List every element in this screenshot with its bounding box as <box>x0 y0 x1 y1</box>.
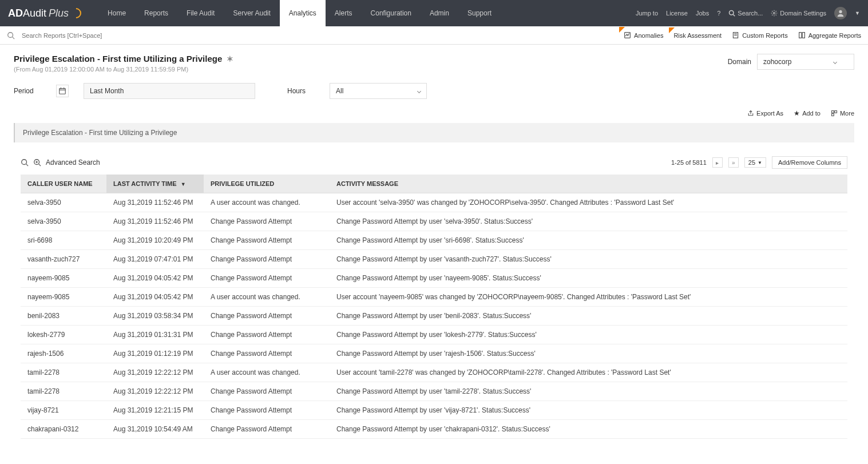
title-left: Privilege Escalation - First time Utiliz… <box>14 54 233 73</box>
table-row[interactable]: benil-2083Aug 31,2019 03:58:34 PMChange … <box>21 307 847 326</box>
search-plus-icon[interactable] <box>33 158 41 166</box>
col-activity-message[interactable]: Activity Message <box>330 175 847 193</box>
table-cell: Change Password Attempt by user 'vasanth… <box>330 250 847 269</box>
domain-settings-link[interactable]: Domain Settings <box>771 10 826 17</box>
col-caller-user-name[interactable]: Caller User Name <box>21 175 106 193</box>
table-cell: nayeem-9085 <box>21 269 106 288</box>
new-badge-icon <box>669 27 675 33</box>
risk-label: Risk Assessment <box>673 32 722 39</box>
table-header-row: Caller User Name Last Activity Time ▼ Pr… <box>21 175 847 193</box>
table-row[interactable]: vijay-8721Aug 31,2019 12:21:15 PMChange … <box>21 401 847 420</box>
table-cell: Change Password Attempt <box>204 344 330 363</box>
more-icon <box>831 110 838 117</box>
domain-label: Domain <box>728 58 751 66</box>
col-privilege-utilized[interactable]: Privilege Utilized <box>204 175 330 193</box>
table-cell: Aug 31,2019 12:21:15 PM <box>106 401 204 420</box>
jump-to-link[interactable]: Jump to <box>636 10 658 17</box>
anomalies-chip[interactable]: Anomalies <box>624 31 663 39</box>
top-nav: ADAudit Plus HomeReportsFile AuditServer… <box>0 0 868 26</box>
nav-tab-analytics[interactable]: Analytics <box>280 0 326 26</box>
aggregate-reports-icon <box>798 31 806 39</box>
hours-dropdown[interactable]: All <box>330 83 427 99</box>
page-info: 1-25 of 5811 <box>671 159 707 166</box>
nav-tab-alerts[interactable]: Alerts <box>326 0 362 26</box>
table-row[interactable]: nayeem-9085Aug 31,2019 04:05:42 PMA user… <box>21 288 847 307</box>
logo-text-3: Plus <box>49 7 69 19</box>
table-toolbar: Advanced Search 1-25 of 5811 ▸ » 25 ▼ Ad… <box>21 153 847 175</box>
period-dropdown[interactable]: Last Month <box>84 83 255 99</box>
add-remove-columns-button[interactable]: Add/Remove Columns <box>772 156 847 169</box>
svg-point-19 <box>22 160 27 165</box>
jobs-link[interactable]: Jobs <box>696 10 709 17</box>
table-row[interactable]: tamil-2278Aug 31,2019 12:22:12 PMA user … <box>21 363 847 382</box>
table-cell: Aug 31,2019 04:05:42 PM <box>106 269 204 288</box>
nav-tab-reports[interactable]: Reports <box>135 0 177 26</box>
table-cell: Change Password Attempt <box>204 250 330 269</box>
calendar-button[interactable] <box>56 85 69 97</box>
svg-point-4 <box>8 32 13 37</box>
table-cell: Change Password Attempt by user 'rajesh-… <box>330 344 847 363</box>
table-row[interactable]: selva-3950Aug 31,2019 11:52:46 PMChange … <box>21 212 847 231</box>
table-cell: Change Password Attempt by user 'tamil-2… <box>330 382 847 401</box>
more-button[interactable]: More <box>831 109 854 117</box>
add-to-button[interactable]: ★ Add to <box>794 109 821 117</box>
table-row[interactable]: chakrapani-0312Aug 31,2019 10:54:49 AMCh… <box>21 420 847 439</box>
page-last-button[interactable]: » <box>728 157 739 168</box>
help-link[interactable]: ? <box>717 10 720 17</box>
chevron-down-icon <box>833 60 837 64</box>
aggregate-reports-chip[interactable]: Aggregate Reports <box>798 31 861 39</box>
domain-dropdown[interactable]: zohocorp <box>757 54 854 70</box>
anomalies-label: Anomalies <box>634 32 663 39</box>
page-title: Privilege Escalation - First time Utiliz… <box>14 54 233 64</box>
custom-reports-label: Custom Reports <box>742 32 787 39</box>
nav-tab-file-audit[interactable]: File Audit <box>177 0 224 26</box>
search-icon[interactable] <box>21 158 29 166</box>
custom-reports-chip[interactable]: Custom Reports <box>732 31 787 39</box>
table-cell: Aug 31,2019 03:58:34 PM <box>106 307 204 326</box>
user-icon <box>837 9 845 17</box>
table-row[interactable]: nayeem-9085Aug 31,2019 04:05:42 PMChange… <box>21 269 847 288</box>
user-menu[interactable] <box>834 7 847 19</box>
table-cell: Change Password Attempt by user 'nayeem-… <box>330 269 847 288</box>
nav-tab-admin[interactable]: Admin <box>421 0 458 26</box>
table-cell: Aug 31,2019 10:54:49 AM <box>106 420 204 439</box>
table-row[interactable]: tamil-2278Aug 31,2019 12:22:12 PMChange … <box>21 382 847 401</box>
advanced-search-link[interactable]: Advanced Search <box>46 158 100 166</box>
svg-point-0 <box>730 11 734 15</box>
user-menu-caret[interactable]: ▼ <box>855 10 860 16</box>
custom-reports-icon <box>732 31 739 39</box>
table-cell: Aug 31,2019 12:22:12 PM <box>106 363 204 382</box>
favorite-icon[interactable]: ✶ <box>227 54 233 64</box>
caret-down-icon: ▼ <box>758 160 762 165</box>
logo-arc-icon <box>69 6 83 20</box>
table-cell: User account 'nayeem-9085' was changed b… <box>330 288 847 307</box>
period-label: Period <box>14 87 41 95</box>
table-cell: Aug 31,2019 01:12:19 PM <box>106 344 204 363</box>
search-reports-input[interactable] <box>19 30 624 41</box>
export-button[interactable]: Export As <box>747 109 783 117</box>
sub-bar: Anomalies Risk Assessment Custom Reports… <box>0 26 868 45</box>
table-row[interactable]: rajesh-1506Aug 31,2019 01:12:19 PMChange… <box>21 344 847 363</box>
nav-tab-support[interactable]: Support <box>458 0 501 26</box>
license-link[interactable]: License <box>666 10 688 17</box>
col-last-activity-time[interactable]: Last Activity Time ▼ <box>106 175 204 193</box>
nav-tab-server-audit[interactable]: Server Audit <box>224 0 279 26</box>
table-row[interactable]: vasanth-zuch727Aug 31,2019 07:47:01 PMCh… <box>21 250 847 269</box>
svg-rect-16 <box>831 111 834 113</box>
table-cell: Change Password Attempt by user 'lokesh-… <box>330 326 847 344</box>
page-next-button[interactable]: ▸ <box>712 157 723 168</box>
risk-chip[interactable]: Risk Assessment <box>673 32 722 39</box>
table-cell: selva-3950 <box>21 193 106 212</box>
table-row[interactable]: lokesh-2779Aug 31,2019 01:31:31 PMChange… <box>21 326 847 344</box>
table-row[interactable]: sri-6698Aug 31,2019 10:20:49 PMChange Pa… <box>21 231 847 250</box>
table-row[interactable]: selva-3950Aug 31,2019 11:52:46 PMA user … <box>21 193 847 212</box>
nav-tab-home[interactable]: Home <box>98 0 135 26</box>
domain-selector: Domain zohocorp <box>728 54 854 70</box>
table-cell: Change Password Attempt by user 'vijay-8… <box>330 401 847 420</box>
nav-tab-configuration[interactable]: Configuration <box>362 0 421 26</box>
app-logo: ADAudit Plus <box>8 7 81 19</box>
table-cell: A user account was changed. <box>204 363 330 382</box>
table-cell: Aug 31,2019 07:47:01 PM <box>106 250 204 269</box>
page-size-dropdown[interactable]: 25 ▼ <box>744 157 766 168</box>
nav-search[interactable]: Search... <box>728 10 763 17</box>
